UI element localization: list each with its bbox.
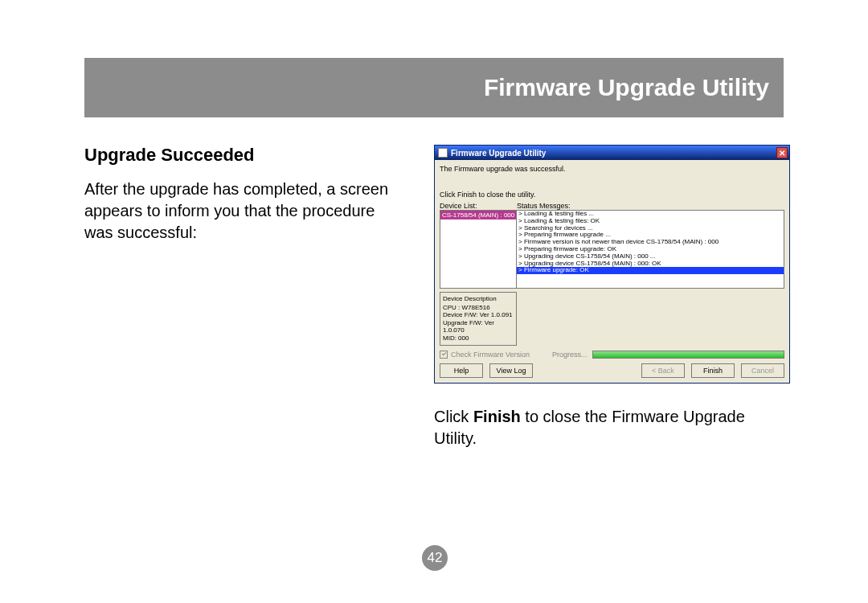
window-title: Firmware Upgrade Utility <box>451 149 546 158</box>
button-row: Help View Log < Back Finish Cancel <box>440 363 784 378</box>
section-heading: Upgrade Succeeded <box>84 145 402 166</box>
device-desc-cpu: CPU : W78E516 <box>443 304 514 312</box>
intro-paragraph: After the upgrade has completed, a scree… <box>84 178 402 244</box>
help-button[interactable]: Help <box>440 363 483 378</box>
chapter-header: Firmware Upgrade Utility <box>84 58 784 117</box>
window-titlebar: Firmware Upgrade Utility ✕ <box>435 146 789 160</box>
progress-bar <box>592 351 784 359</box>
finish-button[interactable]: Finish <box>691 363 735 378</box>
success-message: The Firmware upgrade was successful. <box>440 165 784 173</box>
page-number: 42 <box>422 545 448 571</box>
caption-pre: Click <box>434 408 473 425</box>
device-desc-mid: MID: 000 <box>443 334 514 343</box>
close-icon[interactable]: ✕ <box>776 147 788 158</box>
right-column: Firmware Upgrade Utility ✕ The Firmware … <box>434 145 792 449</box>
finish-instruction: Click Finish to close the utility. <box>440 191 784 199</box>
check-firmware-checkbox[interactable] <box>440 351 448 359</box>
device-list-item[interactable]: CS-1758/54 (MAIN) : 000 <box>440 211 516 219</box>
device-desc-device-fw: Device F/W: Ver 1.0.091 <box>443 311 514 319</box>
cancel-button: Cancel <box>741 363 784 378</box>
status-messages-panel[interactable]: > Loading & testing files ... > Loading … <box>517 210 784 289</box>
caption-bold: Finish <box>473 408 521 425</box>
device-list-panel[interactable]: CS-1758/54 (MAIN) : 000 <box>440 210 517 289</box>
device-desc-upgrade-fw: Upgrade F/W: Ver 1.0.070 <box>443 319 514 334</box>
window-body: The Firmware upgrade was successful. Cli… <box>435 160 789 383</box>
caption-paragraph: Click Finish to close the Firmware Upgra… <box>434 406 792 449</box>
status-messages-label: Status Messges: <box>517 202 784 210</box>
check-firmware-label: Check Firmware Version <box>451 351 530 359</box>
list-headers: Device List: Status Messges: <box>440 202 784 210</box>
app-icon <box>438 148 448 158</box>
device-description-box: Device Description CPU : W78E516 Device … <box>440 292 517 346</box>
device-description-title: Device Description <box>443 295 514 303</box>
device-list-label: Device List: <box>440 202 517 210</box>
left-column: Upgrade Succeeded After the upgrade has … <box>84 145 402 244</box>
status-line-highlighted: > Firmware upgrade: OK <box>517 267 784 274</box>
progress-label: Progress... <box>552 351 588 359</box>
chapter-title: Firmware Upgrade Utility <box>484 74 769 101</box>
back-button: < Back <box>641 363 685 378</box>
screenshot-window: Firmware Upgrade Utility ✕ The Firmware … <box>434 145 790 384</box>
progress-row: Check Firmware Version Progress... <box>440 351 784 359</box>
view-log-button[interactable]: View Log <box>489 363 533 378</box>
